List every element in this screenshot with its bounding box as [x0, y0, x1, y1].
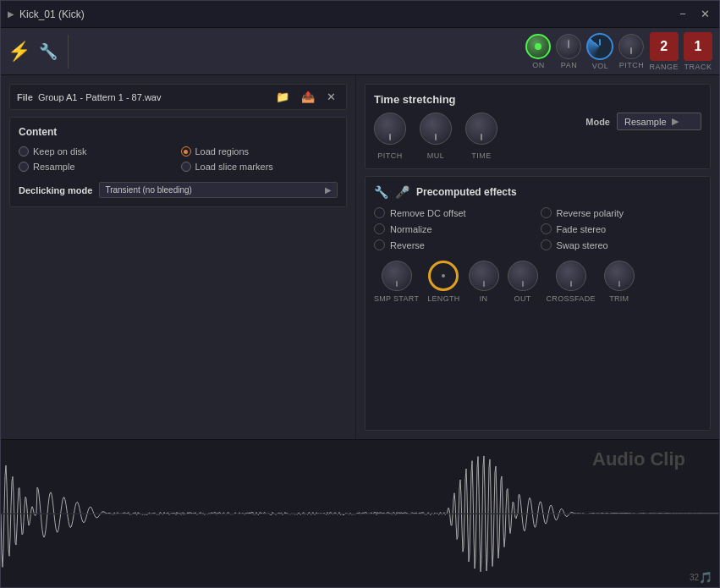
crossfade-wrap: CROSSFADE	[547, 261, 596, 303]
effects-grid: Remove DC offset Reverse polarity Normal…	[374, 207, 701, 250]
effect-normalize[interactable]: Normalize	[374, 223, 536, 234]
declicking-select[interactable]: Transient (no bleeding) ▶	[99, 182, 338, 198]
save-file-button[interactable]: 📤	[298, 89, 318, 105]
in-label: IN	[480, 294, 488, 303]
trim-label: TRIM	[609, 294, 629, 303]
vol-knob[interactable]	[586, 33, 613, 60]
minimize-button[interactable]: −	[675, 8, 690, 20]
radio-keep-on-disk[interactable]: Keep on disk	[19, 146, 176, 157]
wrench-effects-icon: 🔧	[374, 185, 388, 199]
trim-knob[interactable]	[604, 261, 635, 291]
effect-fade-stereo-label: Fade stereo	[557, 224, 607, 234]
effect-fade-stereo-radio	[541, 223, 552, 234]
effect-remove-dc-label: Remove DC offset	[390, 208, 466, 218]
declicking-label: Declicking mode	[19, 185, 92, 195]
crossfade-knob[interactable]	[556, 261, 586, 291]
ts-time-label: TIME	[471, 151, 492, 160]
ts-pitch-knob[interactable]	[374, 113, 406, 145]
left-panel: File Group A1 - Pattern 1 - 87.wav 📁 📤 ✕…	[1, 75, 356, 439]
smp-start-knob[interactable]	[382, 261, 412, 291]
waveform-container[interactable]: Audio Clip 32 🎵	[1, 439, 719, 587]
time-stretch-title: Time stretching	[374, 93, 701, 106]
open-folder-button[interactable]: 📁	[272, 89, 293, 105]
wrench-icon[interactable]: 🔧	[39, 42, 58, 61]
radio-load-slice-markers-label: Load slice markers	[195, 162, 273, 172]
ts-mul-label: MUL	[427, 151, 445, 160]
effect-normalize-label: Normalize	[390, 224, 432, 234]
declicking-arrow-icon: ▶	[325, 185, 332, 195]
on-knob-container: ON	[525, 34, 551, 69]
on-knob[interactable]	[525, 34, 551, 59]
mode-arrow-icon: ▶	[672, 116, 679, 127]
on-dot	[535, 43, 541, 50]
out-knob[interactable]	[508, 261, 538, 291]
vol-knob-container: VOL	[586, 33, 613, 70]
toolbar: ⚡ 🔧 ON PAN VOL	[1, 28, 719, 75]
effects-header: 🔧 🎤 Precomputed effects	[374, 185, 701, 199]
pitch-label: PITCH	[619, 61, 645, 69]
content-title: Content	[19, 126, 338, 138]
radio-keep-on-disk-circle	[19, 146, 29, 157]
title-bar: ▶ Kick_01 (Kick) − ✕	[1, 1, 719, 28]
mode-label: Mode	[585, 117, 610, 127]
effect-reverse[interactable]: Reverse	[374, 239, 536, 250]
length-knob[interactable]	[428, 261, 459, 291]
effect-reverse-polarity-label: Reverse polarity	[557, 208, 624, 218]
on-label: ON	[532, 61, 545, 69]
length-label: LENGTH	[427, 294, 459, 303]
pitch-knob-wrap: PITCH	[374, 113, 406, 160]
file-label: File	[17, 92, 33, 102]
track-badge[interactable]: 1	[684, 32, 712, 61]
pan-knob[interactable]	[556, 34, 581, 59]
radio-load-regions-circle	[181, 146, 191, 157]
range-badge[interactable]: 2	[650, 32, 679, 61]
time-knob-wrap: TIME	[465, 113, 497, 160]
ts-top-row: PITCH MUL TIME	[374, 113, 701, 160]
mode-value: Resample	[624, 117, 667, 127]
range-badge-container: 2 RANGE	[649, 32, 679, 71]
content-section: Content Keep on disk Load regions Resamp…	[9, 117, 347, 207]
file-name: Group A1 - Pattern 1 - 87.wav	[38, 92, 267, 102]
effect-reverse-polarity-radio	[541, 207, 552, 218]
pan-knob-container: PAN	[556, 34, 581, 69]
waveform-file-icon: 🎵	[699, 571, 712, 584]
range-label: RANGE	[649, 63, 679, 71]
ts-mul-knob[interactable]	[420, 113, 452, 145]
effect-fade-stereo[interactable]: Fade stereo	[541, 223, 702, 234]
close-file-button[interactable]: ✕	[323, 89, 339, 105]
track-label: TRACK	[684, 63, 712, 71]
in-wrap: IN	[469, 261, 499, 303]
pitch-knob[interactable]	[618, 34, 644, 59]
waveform-divider	[1, 514, 719, 514]
out-wrap: OUT	[508, 261, 538, 303]
in-knob[interactable]	[469, 261, 499, 291]
trim-wrap: TRIM	[604, 261, 635, 303]
effect-remove-dc[interactable]: Remove DC offset	[374, 207, 536, 218]
radio-resample[interactable]: Resample	[19, 162, 176, 172]
radio-load-slice-markers[interactable]: Load slice markers	[181, 162, 338, 172]
effect-swap-stereo-radio	[541, 239, 552, 250]
toolbar-left: ⚡ 🔧	[8, 35, 69, 69]
radio-load-regions-label: Load regions	[195, 146, 250, 157]
radio-resample-label: Resample	[33, 162, 75, 172]
mul-knob-wrap: MUL	[420, 113, 452, 160]
effect-remove-dc-radio	[374, 207, 385, 218]
radio-load-slice-markers-circle	[181, 162, 191, 172]
ts-time-knob[interactable]	[465, 113, 497, 145]
radio-load-regions[interactable]: Load regions	[181, 146, 338, 157]
smp-start-wrap: SMP START	[374, 261, 419, 303]
main-content: File Group A1 - Pattern 1 - 87.wav 📁 📤 ✕…	[1, 75, 719, 439]
main-window: ▶ Kick_01 (Kick) − ✕ ⚡ 🔧 ON	[0, 0, 720, 588]
window-title: Kick_01 (Kick)	[19, 8, 85, 20]
ts-pitch-label: PITCH	[377, 151, 403, 160]
out-label: OUT	[514, 294, 531, 303]
mode-select[interactable]: Resample ▶	[617, 113, 701, 130]
lightning-icon[interactable]: ⚡	[8, 41, 30, 63]
effect-reverse-polarity[interactable]: Reverse polarity	[541, 207, 702, 218]
crossfade-label: CROSSFADE	[547, 294, 596, 303]
declicking-row: Declicking mode Transient (no bleeding) …	[19, 182, 338, 198]
title-bar-controls: − ✕	[675, 8, 712, 20]
effect-swap-stereo[interactable]: Swap stereo	[541, 239, 702, 250]
close-button[interactable]: ✕	[697, 8, 712, 20]
vol-label: VOL	[592, 62, 609, 70]
